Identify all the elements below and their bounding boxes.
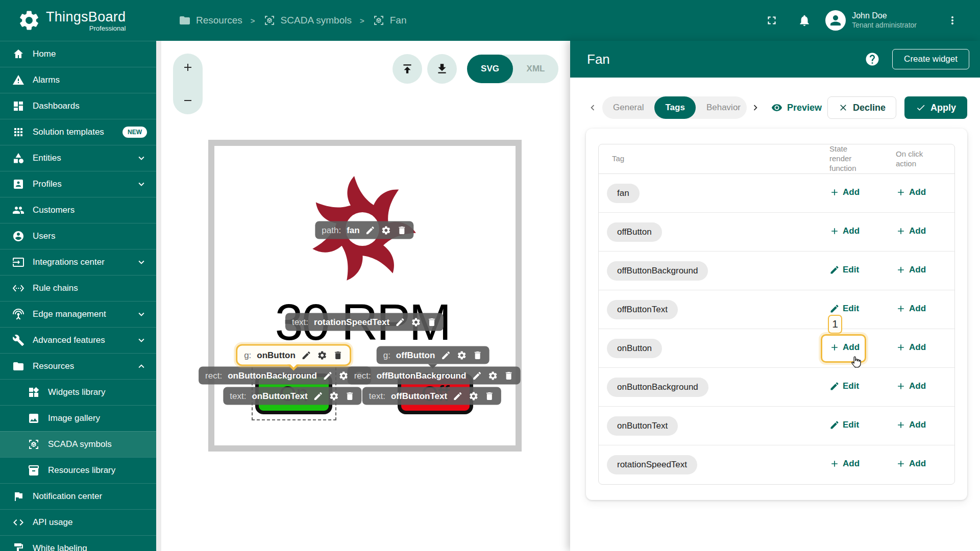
state-render-function-link[interactable]: Add (829, 342, 860, 353)
trash-icon[interactable] (345, 391, 355, 401)
on-click-action-link[interactable]: Add (896, 459, 926, 469)
tabs-back-icon[interactable] (587, 102, 598, 113)
on-click-action-link[interactable]: Add (896, 342, 926, 353)
sidebar-item-dashboards[interactable]: Dashboards (0, 93, 156, 119)
sidebar-item-alarms[interactable]: Alarms (0, 67, 156, 93)
scada-icon (263, 14, 276, 27)
pencil-icon[interactable] (440, 350, 451, 360)
bell-icon[interactable] (798, 14, 811, 27)
pencil-icon[interactable] (395, 317, 405, 327)
folder-icon (179, 14, 191, 27)
download-button[interactable] (427, 54, 457, 84)
gear-icon[interactable] (456, 350, 467, 360)
sidebar-item-widgets-library[interactable]: Widgets library (0, 379, 156, 405)
zoom-out-button[interactable] (182, 94, 194, 107)
on-click-action-link[interactable]: Add (896, 381, 926, 391)
element-chip-onButtonText[interactable]: text: onButtonText (223, 387, 361, 405)
trash-icon[interactable] (484, 391, 495, 401)
pencil-icon[interactable] (453, 391, 463, 401)
upload-button[interactable] (393, 54, 422, 84)
gear-icon[interactable] (411, 317, 421, 327)
state-render-function-link[interactable]: Edit (829, 304, 859, 314)
sidebar-item-resources[interactable]: Resources (0, 353, 156, 379)
decline-button[interactable]: Decline (827, 96, 896, 119)
trash-icon[interactable] (503, 370, 513, 381)
gear-icon[interactable] (469, 391, 479, 401)
sidebar-item-solution-templates[interactable]: Solution templates NEW (0, 119, 156, 145)
sidebar-item-profiles[interactable]: Profiles (0, 171, 156, 197)
trash-icon[interactable] (427, 317, 437, 327)
tag-chip: offButton (607, 222, 662, 242)
breadcrumb-resources[interactable]: Resources (179, 14, 242, 27)
pencil-icon[interactable] (365, 225, 376, 235)
pencil-icon[interactable] (323, 370, 333, 381)
plus-icon (829, 187, 840, 197)
gear-icon[interactable] (329, 391, 339, 401)
state-render-function-link[interactable]: Add (829, 226, 860, 236)
sidebar-item-image-gallery[interactable]: Image gallery (0, 405, 156, 431)
on-click-action-link[interactable]: Add (896, 265, 926, 275)
sidebar-item-edge-management[interactable]: Edge management (0, 301, 156, 327)
create-widget-button[interactable]: Create widget (892, 49, 969, 69)
on-click-action-link[interactable]: Add (896, 304, 926, 314)
pencil-icon[interactable] (472, 370, 482, 381)
fullscreen-icon[interactable] (765, 14, 778, 27)
on-click-action-link[interactable]: Add (896, 226, 926, 236)
sidebar-item-customers[interactable]: Customers (0, 197, 156, 223)
state-render-function-link[interactable]: Edit (829, 420, 859, 430)
sidebar-item-api-usage[interactable]: API usage (0, 509, 156, 535)
trash-icon[interactable] (397, 225, 407, 235)
gear-icon[interactable] (487, 370, 498, 381)
element-chip-rotationSpeedText[interactable]: text: rotationSpeedText (285, 313, 444, 331)
zoom-in-button[interactable] (182, 61, 194, 73)
chevron-up-icon (136, 361, 147, 372)
sidebar-item-home[interactable]: Home (0, 41, 156, 67)
trash-icon[interactable] (472, 350, 482, 360)
sidebar-item-entities[interactable]: Entities (0, 145, 156, 171)
tab-behavior[interactable]: Behavior (696, 96, 747, 119)
sidebar-item-rule-chains[interactable]: Rule chains (0, 275, 156, 301)
sidebar-scrollbar-gutter[interactable] (156, 41, 161, 551)
sidebar-item-resources-library[interactable]: Resources library (0, 457, 156, 483)
state-render-function-link[interactable]: Add (829, 187, 860, 197)
pencil-icon[interactable] (313, 391, 324, 401)
breadcrumb-scada-symbols[interactable]: SCADA symbols (263, 14, 352, 27)
toggle-xml[interactable]: XML (513, 55, 558, 83)
avatar[interactable] (825, 10, 846, 31)
on-click-action-link[interactable]: Add (896, 420, 926, 430)
sidebar-item-white-labeling[interactable]: White labeling (0, 535, 156, 551)
help-icon[interactable] (865, 52, 880, 67)
tabs-forward-icon[interactable] (750, 102, 761, 113)
more-vert-icon[interactable] (946, 14, 959, 27)
tab-tags[interactable]: Tags (654, 96, 695, 119)
pencil-icon[interactable] (301, 350, 311, 360)
gear-icon[interactable] (381, 225, 391, 235)
sidebar-item-integrations-center[interactable]: Integrations center (0, 249, 156, 275)
gear-icon[interactable] (317, 350, 327, 360)
apply-button[interactable]: Apply (904, 96, 967, 119)
toggle-svg[interactable]: SVG (467, 55, 513, 83)
trash-icon[interactable] (333, 350, 343, 360)
sidebar-item-scada-symbols[interactable]: SCADA symbols (0, 431, 156, 457)
element-chip-fan[interactable]: path: fan (315, 221, 413, 239)
element-chip-onButton[interactable]: g: onButton (236, 344, 351, 366)
table-row: offButtonText Edit Add (599, 290, 954, 329)
state-render-function-link[interactable]: Edit (829, 265, 859, 275)
breadcrumb: Resources > SCADA symbols > Fan (179, 14, 406, 27)
state-render-function-link[interactable]: Add (829, 459, 860, 469)
element-chip-offButtonBackground[interactable]: rect: offButtonBackground (348, 367, 521, 385)
breadcrumb-fan[interactable]: Fan (373, 14, 407, 27)
on-click-action-link[interactable]: Add (896, 187, 926, 197)
sidebar-item-label: API usage (33, 517, 72, 528)
element-chip-offButton[interactable]: g: offButton (377, 346, 489, 364)
sidebar-item-notification-center[interactable]: Notification center (0, 483, 156, 509)
sidebar-item-users[interactable]: Users (0, 223, 156, 249)
new-badge: NEW (122, 127, 147, 138)
preview-button[interactable]: Preview (771, 102, 822, 113)
element-chip-onButtonBackground[interactable]: rect: onButtonBackground (199, 367, 371, 385)
element-chip-offButtonText[interactable]: text: offButtonText (362, 387, 501, 405)
state-render-function-link[interactable]: Edit (829, 381, 859, 391)
sidebar-item-label: Profiles (33, 179, 62, 189)
sidebar-item-advanced-features[interactable]: Advanced features (0, 327, 156, 353)
tab-general[interactable]: General (602, 96, 654, 119)
